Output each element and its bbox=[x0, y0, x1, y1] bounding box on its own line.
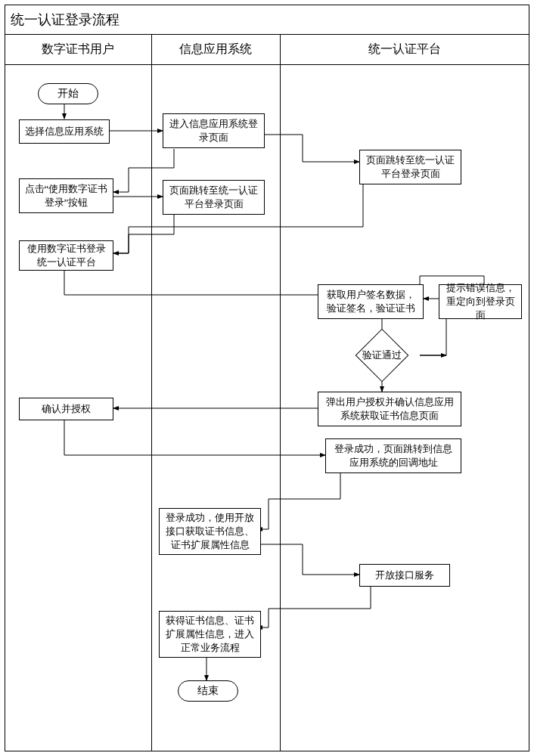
lane-header-user: 数字证书用户 bbox=[5, 35, 151, 65]
diagram-title: 统一认证登录流程 bbox=[5, 5, 529, 35]
verify-decision-label: 验证通过 bbox=[344, 337, 420, 373]
verify-sign-step: 获取用户签名数据，验证签名，验证证书 bbox=[318, 284, 424, 319]
lane-header-platform: 统一认证平台 bbox=[280, 35, 529, 65]
diagram-frame bbox=[5, 5, 529, 751]
lane-divider bbox=[280, 35, 281, 751]
lane-divider bbox=[151, 35, 152, 751]
end-terminator: 结束 bbox=[178, 680, 238, 702]
start-terminator: 开始 bbox=[38, 83, 98, 104]
popup-auth-step: 弹出用户授权并确认信息应用系统获取证书信息页面 bbox=[318, 392, 461, 426]
login-ok-callback-step: 登录成功，页面跳转到信息应用系统的回调地址 bbox=[325, 438, 461, 473]
open-api-step: 开放接口服务 bbox=[359, 564, 450, 587]
click-cert-btn-step: 点击“使用数字证书登录”按钮 bbox=[19, 178, 113, 213]
redirect-b-step: 页面跳转至统一认证平台登录页面 bbox=[359, 150, 461, 184]
login-ok-openapi-step: 登录成功，使用开放接口获取证书信息、证书扩展属性信息 bbox=[159, 508, 261, 555]
login-plat-step: 使用数字证书登录统一认证平台 bbox=[19, 240, 113, 271]
confirm-auth-step: 确认并授权 bbox=[19, 398, 113, 420]
verify-decision: 验证通过 bbox=[344, 337, 420, 373]
lane-header-app: 信息应用系统 bbox=[151, 35, 280, 65]
redirect-a-step: 页面跳转至统一认证平台登录页面 bbox=[163, 180, 265, 215]
error-redirect-step: 提示错误信息，重定向到登录页面 bbox=[439, 284, 522, 319]
enter-login-page-step: 进入信息应用系统登录页面 bbox=[163, 113, 265, 148]
get-cert-info-step: 获得证书信息、证书扩展属性信息，进入正常业务流程 bbox=[159, 611, 261, 658]
select-sys-step: 选择信息应用系统 bbox=[19, 119, 110, 144]
